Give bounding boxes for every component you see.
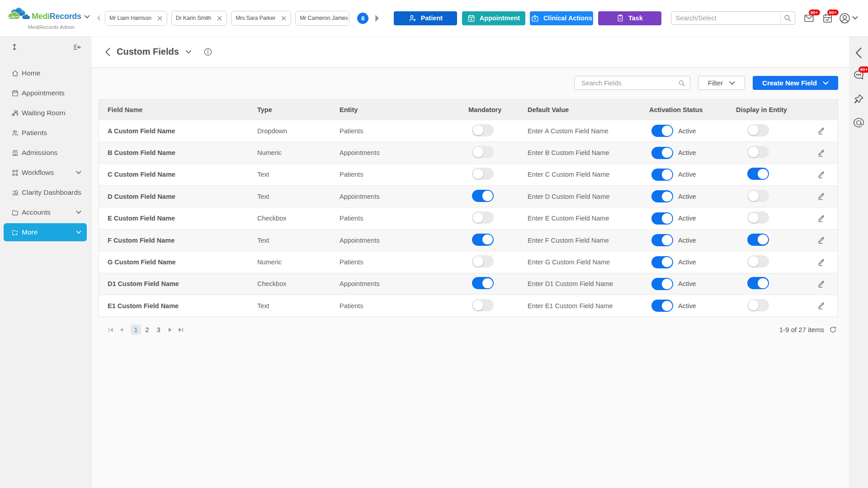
patient-tab-label: Mr Cameron James bbox=[300, 15, 348, 21]
edit-row-icon[interactable] bbox=[817, 149, 826, 157]
pager-prev-icon[interactable] bbox=[118, 324, 124, 335]
global-search-input[interactable] bbox=[671, 11, 795, 25]
info-icon[interactable] bbox=[203, 47, 212, 56]
tab-close-icon[interactable] bbox=[157, 16, 162, 21]
rail-collapse-button[interactable] bbox=[854, 47, 863, 59]
filter-button[interactable]: Filter bbox=[698, 76, 745, 90]
display-in-entity-toggle[interactable] bbox=[747, 124, 769, 136]
activation-toggle[interactable] bbox=[651, 147, 673, 159]
messages-button[interactable]: 90+ bbox=[803, 13, 815, 24]
display-in-entity-toggle[interactable] bbox=[747, 168, 769, 180]
sidebar-item-more[interactable]: More bbox=[4, 223, 87, 241]
mandatory-toggle[interactable] bbox=[472, 299, 494, 311]
activation-toggle[interactable] bbox=[651, 212, 673, 225]
display-in-entity-toggle[interactable] bbox=[747, 190, 769, 202]
mandatory-toggle[interactable] bbox=[472, 190, 494, 202]
pager-page-2[interactable]: 2 bbox=[142, 324, 152, 335]
display-in-entity-toggle[interactable] bbox=[747, 299, 769, 311]
sidebar-item-admissions[interactable]: Admissions bbox=[4, 144, 87, 162]
edit-row-icon[interactable] bbox=[817, 258, 826, 267]
tab-close-icon[interactable] bbox=[217, 16, 222, 21]
display-in-entity-toggle[interactable] bbox=[747, 211, 769, 224]
display-in-entity-toggle[interactable] bbox=[747, 146, 769, 158]
col-header-entity[interactable]: Entity bbox=[340, 106, 468, 113]
create-new-field-button[interactable]: Create New Field bbox=[753, 76, 838, 90]
pager-page-1[interactable]: 1 bbox=[131, 324, 141, 335]
tab-close-icon[interactable] bbox=[281, 16, 286, 21]
edit-row-icon[interactable] bbox=[817, 301, 826, 310]
sidebar-item-accounts[interactable]: Accounts bbox=[4, 203, 87, 221]
tabs-overflow-badge[interactable]: 8 bbox=[357, 13, 368, 24]
activation-toggle[interactable] bbox=[651, 169, 673, 181]
cell-default-value: Enter E1 Custom Field Name bbox=[528, 302, 649, 310]
mandatory-toggle[interactable] bbox=[472, 234, 494, 246]
sidebar-item-clarity-dashboards[interactable]: Clarity Dashboards bbox=[4, 183, 87, 202]
sidebar-item-patients[interactable]: Patients bbox=[4, 124, 87, 142]
display-in-entity-toggle[interactable] bbox=[747, 255, 769, 267]
sidebar-item-workflows[interactable]: Workflows bbox=[4, 164, 87, 182]
brand-subtitle: MediRecords Admin bbox=[28, 24, 75, 30]
brand-chevron-down-icon[interactable] bbox=[84, 15, 90, 19]
mandatory-toggle[interactable] bbox=[472, 146, 494, 158]
activation-toggle[interactable] bbox=[651, 125, 673, 137]
col-header-field-name[interactable]: Field Name bbox=[99, 106, 257, 113]
sidebar-item-waiting-room[interactable]: Waiting Room bbox=[4, 104, 87, 122]
col-header-display-in-entity[interactable]: Display in Entity bbox=[736, 106, 817, 113]
resize-vertical-icon[interactable] bbox=[12, 43, 17, 51]
pager-last-icon[interactable] bbox=[178, 324, 184, 335]
activation-toggle[interactable] bbox=[651, 190, 673, 202]
mandatory-toggle[interactable] bbox=[472, 168, 494, 180]
activation-toggle[interactable] bbox=[651, 300, 673, 312]
page-title-chevron-icon[interactable] bbox=[185, 50, 192, 54]
edit-row-icon[interactable] bbox=[817, 127, 826, 135]
cell-default-value: Enter D1 Custom Field Name bbox=[528, 280, 649, 287]
refresh-icon[interactable] bbox=[829, 326, 837, 333]
pager-next-icon[interactable] bbox=[168, 324, 173, 335]
pin-button[interactable] bbox=[853, 93, 864, 105]
mandatory-toggle[interactable] bbox=[472, 211, 494, 224]
activation-toggle[interactable] bbox=[651, 278, 673, 290]
display-in-entity-toggle[interactable] bbox=[747, 234, 769, 246]
edit-row-icon[interactable] bbox=[817, 214, 826, 223]
sidebar-item-home[interactable]: Home bbox=[4, 64, 87, 82]
patient-tab[interactable]: Mr Cameron James bbox=[295, 11, 349, 26]
pager-first-icon[interactable] bbox=[108, 324, 114, 335]
sidebar-item-appointments[interactable]: Appointments bbox=[4, 84, 87, 102]
search-fields-icon[interactable] bbox=[678, 79, 686, 87]
tabs-scroll-left-icon[interactable] bbox=[96, 14, 100, 22]
clinical-actions-button[interactable]: Clinical Actions bbox=[530, 11, 593, 25]
activation-toggle[interactable] bbox=[651, 256, 673, 268]
collapse-menu-icon[interactable] bbox=[73, 44, 81, 50]
col-header-type[interactable]: Type bbox=[257, 106, 340, 113]
patient-tab[interactable]: Dr Karin Smith bbox=[171, 11, 227, 26]
task-button[interactable]: Task bbox=[598, 11, 661, 25]
edit-row-icon[interactable] bbox=[817, 280, 826, 288]
col-header-mandatory[interactable]: Mandatory bbox=[468, 106, 528, 113]
patient-tab[interactable]: Mr Liam Harrison bbox=[105, 11, 167, 26]
col-header-activation-status[interactable]: Activation Status bbox=[649, 106, 736, 113]
appointment-button[interactable]: Appointment bbox=[462, 11, 525, 25]
tabs-scroll-right-icon[interactable] bbox=[375, 14, 379, 22]
display-in-entity-toggle[interactable] bbox=[747, 277, 769, 289]
brand-block[interactable]: MediRecords MediRecords Admin bbox=[0, 0, 90, 36]
patient-button[interactable]: Patient bbox=[394, 11, 457, 25]
mandatory-toggle[interactable] bbox=[472, 255, 494, 267]
back-icon[interactable] bbox=[104, 47, 111, 57]
search-icon[interactable] bbox=[783, 14, 792, 23]
edit-row-icon[interactable] bbox=[817, 170, 826, 179]
col-header-default-value[interactable]: Default Value bbox=[528, 106, 649, 113]
cell-field-name: B Custom Field Name bbox=[99, 149, 257, 156]
edit-row-icon[interactable] bbox=[817, 192, 826, 201]
mentions-button[interactable] bbox=[853, 117, 865, 129]
mandatory-toggle[interactable] bbox=[472, 124, 494, 136]
search-fields-input[interactable] bbox=[574, 76, 690, 90]
appointments-notifications-button[interactable]: 90+ bbox=[822, 13, 833, 24]
pager-page-3[interactable]: 3 bbox=[153, 324, 164, 335]
user-menu[interactable] bbox=[839, 12, 858, 24]
mandatory-toggle[interactable] bbox=[472, 277, 494, 289]
edit-row-icon[interactable] bbox=[817, 236, 826, 244]
activation-toggle[interactable] bbox=[651, 234, 673, 246]
cell-field-name: D1 Custom Field Name bbox=[99, 280, 257, 287]
chat-button[interactable]: 90+ bbox=[853, 69, 865, 81]
patient-tab[interactable]: Mrs Sara Parker bbox=[231, 11, 291, 26]
